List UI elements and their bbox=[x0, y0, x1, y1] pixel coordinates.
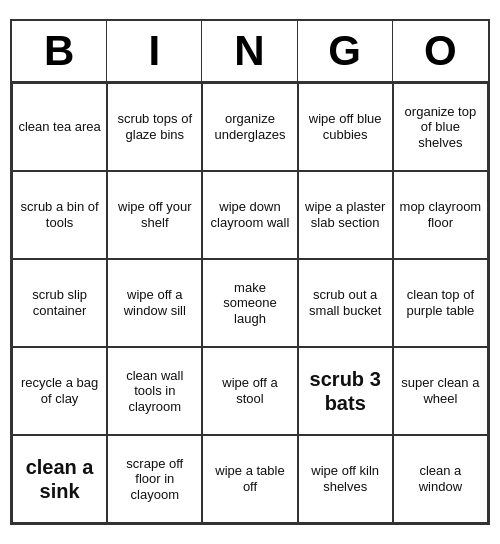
bingo-cell: scrub 3 bats bbox=[298, 347, 393, 435]
bingo-cell: recycle a bag of clay bbox=[12, 347, 107, 435]
bingo-cell: wipe off a window sill bbox=[107, 259, 202, 347]
bingo-cell: wipe off your shelf bbox=[107, 171, 202, 259]
bingo-cell: clean tea area bbox=[12, 83, 107, 171]
bingo-cell: wipe off a stool bbox=[202, 347, 297, 435]
bingo-cell: clean a sink bbox=[12, 435, 107, 523]
bingo-cell: scrub a bin of tools bbox=[12, 171, 107, 259]
bingo-cell: organize underglazes bbox=[202, 83, 297, 171]
bingo-cell: super clean a wheel bbox=[393, 347, 488, 435]
bingo-cell: clean top of purple table bbox=[393, 259, 488, 347]
bingo-cell: organize top of blue shelves bbox=[393, 83, 488, 171]
bingo-header: BINGO bbox=[12, 21, 488, 83]
bingo-cell: wipe a table off bbox=[202, 435, 297, 523]
bingo-cell: scrub slip container bbox=[12, 259, 107, 347]
bingo-grid: clean tea areascrub tops of glaze binsor… bbox=[12, 83, 488, 523]
bingo-cell: wipe off blue cubbies bbox=[298, 83, 393, 171]
bingo-cell: clean a window bbox=[393, 435, 488, 523]
header-letter: O bbox=[393, 21, 488, 81]
bingo-cell: make someone laugh bbox=[202, 259, 297, 347]
bingo-card: BINGO clean tea areascrub tops of glaze … bbox=[10, 19, 490, 525]
bingo-cell: wipe off kiln shelves bbox=[298, 435, 393, 523]
header-letter: G bbox=[298, 21, 393, 81]
bingo-cell: mop clayroom floor bbox=[393, 171, 488, 259]
bingo-cell: wipe a plaster slab section bbox=[298, 171, 393, 259]
bingo-cell: scrub tops of glaze bins bbox=[107, 83, 202, 171]
header-letter: I bbox=[107, 21, 202, 81]
bingo-cell: scrape off floor in clayoom bbox=[107, 435, 202, 523]
header-letter: N bbox=[202, 21, 297, 81]
bingo-cell: scrub out a small bucket bbox=[298, 259, 393, 347]
header-letter: B bbox=[12, 21, 107, 81]
bingo-cell: clean wall tools in clayroom bbox=[107, 347, 202, 435]
bingo-cell: wipe down clayroom wall bbox=[202, 171, 297, 259]
